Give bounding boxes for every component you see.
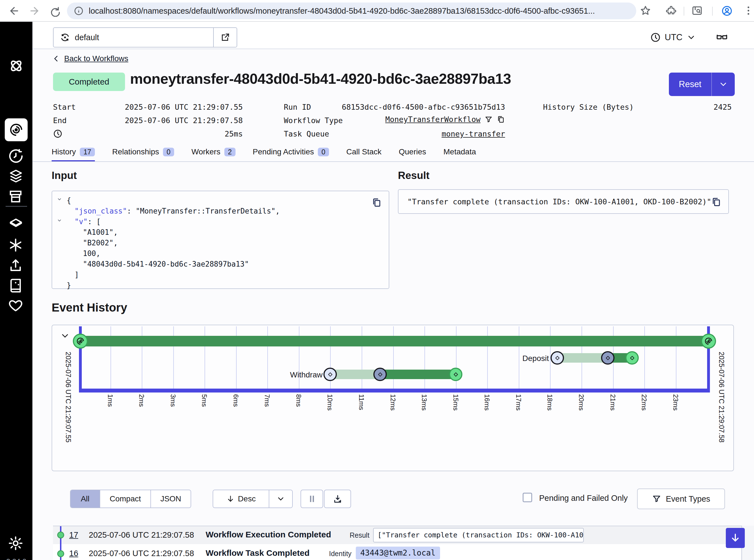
- withdraw-completed-marker[interactable]: [449, 368, 462, 381]
- withdraw-scheduled-marker[interactable]: [323, 368, 337, 381]
- copy-result-button[interactable]: [711, 197, 721, 207]
- tab-pending-activities[interactable]: Pending Activities 0: [253, 147, 329, 160]
- tab-count-badge: 17: [80, 148, 95, 156]
- copy-input-button[interactable]: [371, 197, 382, 208]
- copy-icon[interactable]: [497, 115, 505, 124]
- sidebar-item-workflows[interactable]: [5, 118, 28, 141]
- theme-toggle-sun-icon[interactable]: [8, 536, 24, 552]
- run-id-value: 68153dcc-d0f6-4500-afbc-c93651b75d13: [341, 103, 505, 112]
- activity-label-deposit: Deposit: [470, 354, 549, 363]
- pending-failed-checkbox[interactable]: [523, 493, 532, 502]
- side-panel-search-icon[interactable]: [692, 5, 703, 17]
- reset-button[interactable]: Reset: [669, 73, 735, 96]
- browser-reload-icon[interactable]: [48, 5, 60, 17]
- event-history-timeline: 2025-07-06 UTC 21:29:07.55 2025-07-06 UT…: [52, 325, 734, 471]
- deposit-started-marker[interactable]: [601, 351, 614, 365]
- browser-forward-icon[interactable]: [28, 5, 40, 17]
- workflow-type-link[interactable]: MoneyTransferWorkflow: [385, 115, 481, 124]
- sidebar-item-batch[interactable]: [8, 189, 24, 205]
- collapse-chevron-icon[interactable]: [56, 217, 63, 224]
- filter-funnel-icon: [652, 494, 661, 504]
- bookmark-star-icon[interactable]: [640, 5, 652, 17]
- workflow-end-marker[interactable]: [701, 334, 716, 349]
- scroll-to-bottom-button[interactable]: [726, 528, 745, 548]
- archive-box-icon: [8, 189, 23, 204]
- workflow-execution-bar[interactable]: [79, 336, 710, 346]
- timezone-selector[interactable]: UTC: [650, 27, 696, 47]
- tab-queries[interactable]: Queries: [399, 147, 426, 160]
- sidebar: 2.34.0: [0, 22, 33, 560]
- sidebar-item-nexus[interactable]: [8, 237, 24, 254]
- browser-toolbar: localhost:8080/namespaces/default/workfl…: [0, 0, 754, 22]
- duration-value: 25ms: [103, 129, 243, 138]
- view-all-button[interactable]: All: [70, 490, 100, 507]
- withdraw-running-bar: [381, 369, 456, 379]
- namespace-selector[interactable]: default: [53, 27, 237, 47]
- sort-desc-button[interactable]: Desc: [213, 490, 269, 507]
- filter-funnel-icon[interactable]: [485, 115, 493, 124]
- withdraw-started-marker[interactable]: [373, 368, 387, 381]
- timeline-collapse-chevron-icon[interactable]: [60, 331, 70, 341]
- tab-call-stack[interactable]: Call Stack: [346, 147, 382, 160]
- tab-metadata[interactable]: Metadata: [443, 147, 476, 160]
- deposit-scheduled-bar: [557, 353, 608, 363]
- temporal-logo-icon[interactable]: [8, 58, 24, 74]
- sort-order-group: Desc: [212, 489, 293, 508]
- sidebar-item-schedules[interactable]: [8, 148, 24, 165]
- tab-label: History: [52, 147, 76, 156]
- event-id-link[interactable]: 17: [69, 531, 78, 540]
- back-to-workflows-link[interactable]: Back to Workflows: [52, 54, 128, 63]
- timeline-plot: Deposit Withdraw 1ms 2ms 3ms 5ms 6ms 7ms…: [79, 326, 710, 393]
- extensions-puzzle-icon[interactable]: [666, 5, 677, 17]
- event-types-filter-button[interactable]: Event Types: [637, 488, 725, 509]
- deposit-completed-marker[interactable]: [625, 351, 639, 365]
- toolbar-divider: [684, 7, 684, 16]
- tab-label: Queries: [399, 147, 426, 156]
- namespace-external-link-button[interactable]: [213, 28, 237, 47]
- event-type: Workflow Task Completed: [206, 548, 309, 558]
- tab-relationships[interactable]: Relationships 0: [112, 147, 174, 160]
- view-json-button[interactable]: JSON: [150, 490, 190, 507]
- namespace-name: default: [75, 33, 99, 42]
- glasses-icon: [715, 31, 729, 44]
- reset-menu-caret[interactable]: [711, 73, 735, 96]
- tab-workers[interactable]: Workers 2: [191, 147, 236, 160]
- deposit-scheduled-marker[interactable]: [551, 351, 564, 365]
- browser-address-bar[interactable]: localhost:8080/namespaces/default/workfl…: [67, 2, 636, 19]
- tab-history[interactable]: History 17: [52, 147, 95, 162]
- sidebar-item-labs[interactable]: [8, 278, 24, 294]
- site-info-icon[interactable]: [74, 6, 84, 16]
- profile-avatar-icon[interactable]: [721, 5, 733, 17]
- sidebar-item-deployments[interactable]: [8, 168, 24, 185]
- browser-menu-icon[interactable]: [743, 5, 754, 17]
- pause-autorefresh-button[interactable]: [301, 489, 323, 508]
- json-line: "48043d0d-5b41-4920-bd6c-3ae28897ba13": [52, 259, 389, 269]
- axis-tick: 3ms: [169, 394, 177, 407]
- diamond-icon: [453, 372, 458, 377]
- reset-button-label[interactable]: Reset: [669, 73, 711, 96]
- result-heading: Result: [398, 170, 429, 181]
- sidebar-item-namespaces[interactable]: [8, 217, 24, 234]
- json-line: 100,: [52, 248, 389, 259]
- browser-back-icon[interactable]: [8, 5, 20, 17]
- download-history-button[interactable]: [324, 489, 351, 508]
- sidebar-item-import[interactable]: [8, 257, 24, 274]
- sidebar-item-feedback[interactable]: [8, 298, 24, 314]
- event-time: 2025-07-06 UTC 21:29:07.58: [89, 531, 194, 540]
- workflow-start-marker[interactable]: [73, 334, 88, 349]
- sort-options-caret[interactable]: [269, 490, 292, 507]
- collapse-chevron-icon[interactable]: [56, 196, 63, 202]
- workflow-title: moneytransfer-48043d0d-5b41-4920-bd6c-3a…: [130, 71, 511, 87]
- tab-label: Relationships: [112, 147, 159, 156]
- namespace-current[interactable]: default: [54, 28, 213, 47]
- labs-glasses-toggle[interactable]: [713, 29, 731, 46]
- json-line: "json_class": "MoneyTransfer::TransferDe…: [52, 206, 389, 216]
- event-id-link[interactable]: 16: [69, 549, 78, 558]
- event-detail-value[interactable]: ["Transfer complete (transaction IDs: OK…: [373, 528, 584, 542]
- view-compact-button[interactable]: Compact: [100, 490, 150, 507]
- sort-label: Desc: [238, 494, 256, 503]
- axis-tick: 15ms: [452, 394, 460, 411]
- axis-tick: 8ms: [295, 394, 303, 407]
- diamond-icon: [606, 356, 610, 360]
- task-queue-link[interactable]: money-transfer: [341, 129, 505, 138]
